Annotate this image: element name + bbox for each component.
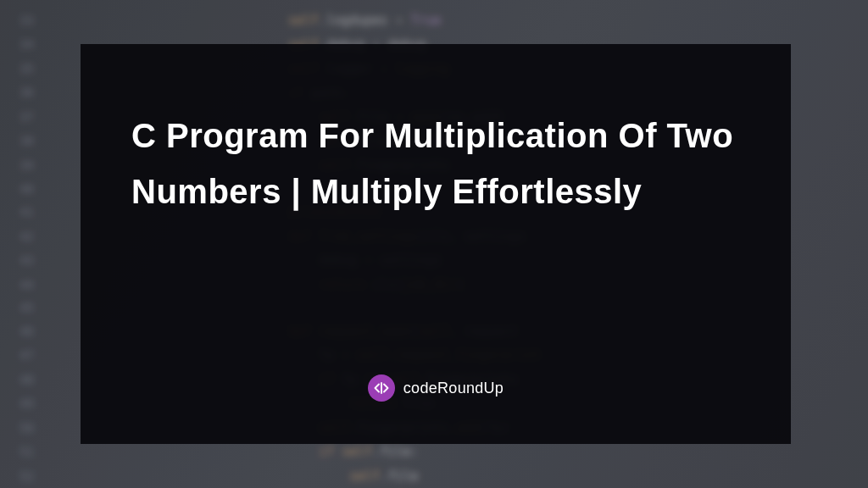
- title-card: C Program For Multiplication Of Two Numb…: [81, 44, 791, 444]
- brand-container: codeRoundUp: [131, 374, 740, 419]
- code-brackets-icon: [368, 374, 395, 402]
- article-title: C Program For Multiplication Of Two Numb…: [131, 108, 740, 374]
- brand-name: codeRoundUp: [403, 380, 504, 397]
